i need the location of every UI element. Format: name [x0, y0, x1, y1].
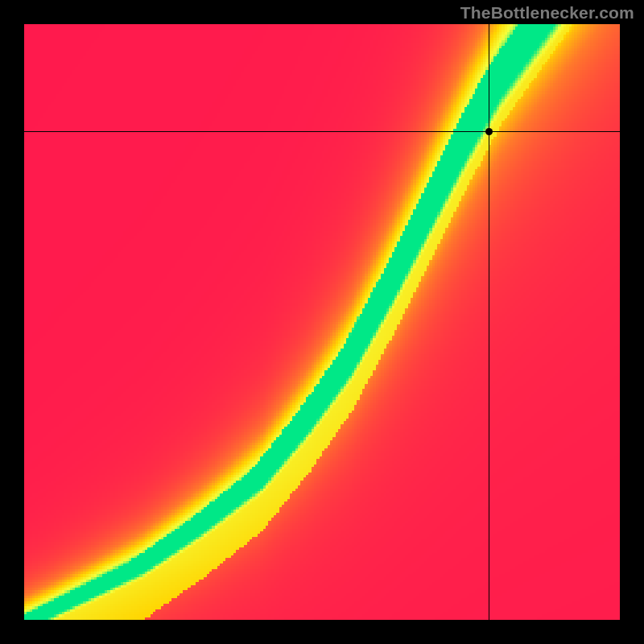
- watermark-text: TheBottlenecker.com: [460, 3, 634, 23]
- heatmap-canvas: [24, 24, 620, 620]
- chart-root: TheBottlenecker.com: [0, 0, 644, 644]
- marker-point: [485, 128, 493, 135]
- crosshair-horizontal: [24, 131, 620, 132]
- crosshair-vertical: [489, 24, 489, 620]
